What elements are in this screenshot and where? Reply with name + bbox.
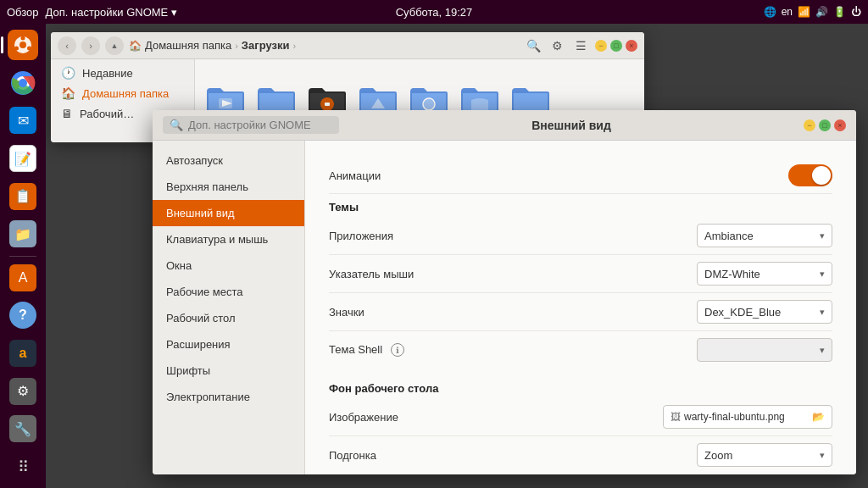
fm-maximize-button[interactable]: □ <box>610 40 622 52</box>
apps-theme-arrow: ▾ <box>820 230 825 241</box>
svg-point-12 <box>423 98 435 110</box>
fm-breadcrumb-home[interactable]: 🏠 Домашняя папка <box>129 39 231 52</box>
icons-theme-value: Dex_KDE_Blue <box>704 306 781 319</box>
fm-close-button[interactable]: × <box>626 40 637 52</box>
desktop-bg-fit-dropdown[interactable]: Zoom ▾ <box>697 443 832 467</box>
dock-item-amazon[interactable]: a <box>4 336 42 372</box>
shell-theme-info-icon[interactable]: ℹ <box>391 343 404 357</box>
sidebar-item-extensions[interactable]: Расширения <box>153 331 304 358</box>
network-icon: 🌐 <box>764 6 776 18</box>
tweaks-window-title: Внешний вид <box>339 119 804 132</box>
wifi-icon: 📶 <box>798 6 810 18</box>
icons-theme-dropdown[interactable]: Dex_KDE_Blue ▾ <box>697 300 832 324</box>
sidebar-windows-label: Окна <box>166 259 192 272</box>
fm-back-button[interactable]: ‹ <box>58 36 76 55</box>
sidebar-keyboard-mouse-label: Клавиатура и мышь <box>166 233 268 246</box>
sidebar-item-power[interactable]: Электропитание <box>153 384 304 410</box>
fm-breadcrumb-downloads[interactable]: Загрузки <box>242 39 290 52</box>
ubuntu-icon <box>13 35 33 55</box>
sidebar-item-desktop[interactable]: Рабочий стол <box>153 305 304 331</box>
tweaks-sidebar: Автозапуск Верхняя панель Внешний вид Кл… <box>153 141 305 474</box>
icons-theme-arrow: ▾ <box>820 307 825 318</box>
tweaks-close-button[interactable]: × <box>834 119 846 131</box>
fm-minimize-button[interactable]: − <box>595 40 607 52</box>
tweaks-body: Автозапуск Верхняя панель Внешний вид Кл… <box>153 141 856 474</box>
app-menu-arrow: ▾ <box>171 6 177 19</box>
desktop-bg-fit-value: Zoom <box>704 449 732 462</box>
gnome-tweaks-window: 🔍 Внешний вид − □ × Автозапуск Верхняя п… <box>153 110 856 474</box>
apps-theme-dropdown[interactable]: Ambiance ▾ <box>697 224 832 247</box>
fm-search-button[interactable]: 🔍 <box>524 36 542 55</box>
cursor-theme-dropdown[interactable]: DMZ-White ▾ <box>697 262 832 286</box>
app-menu[interactable]: Доп. настройки GNOME ▾ <box>46 6 178 19</box>
dock-item-chromium[interactable] <box>4 65 42 102</box>
sidebar-autostart-label: Автозапуск <box>166 154 223 167</box>
shell-theme-label: Тема Shell ℹ <box>329 343 404 358</box>
dock-item-apps-grid[interactable]: ⠿ <box>4 449 42 485</box>
shell-theme-dropdown[interactable]: ▾ <box>697 338 832 362</box>
sidebar-top-panel-label: Верхняя панель <box>166 180 248 193</box>
icons-theme-label: Значки <box>329 306 364 319</box>
dock-item-files[interactable]: 📁 <box>4 216 42 252</box>
tweaks-minimize-button[interactable]: − <box>804 119 815 131</box>
sidebar-item-windows[interactable]: Окна <box>153 252 304 279</box>
toggle-knob <box>812 166 831 185</box>
breadcrumb-end-separator: › <box>292 41 296 51</box>
volume-icon: 🔊 <box>815 6 828 18</box>
dock-item-tools[interactable]: 🔧 <box>4 411 42 447</box>
cursor-theme-arrow: ▾ <box>820 269 825 280</box>
desktop-bg-fit-arrow: ▾ <box>820 450 825 461</box>
fm-filter-button[interactable]: ⚙ <box>548 36 566 55</box>
file-manager-titlebar: ‹ › ▲ 🏠 Домашняя папка › Загрузки › 🔍 ⚙ … <box>51 32 644 59</box>
home-folder-icon: 🏠 <box>61 86 75 100</box>
dock-separator <box>9 256 36 257</box>
recent-label: Недавние <box>82 67 133 80</box>
sidebar-workspaces-label: Рабочие места <box>166 286 242 298</box>
dock-item-appstore[interactable]: A <box>4 260 42 297</box>
fm-view-button[interactable]: ☰ <box>571 36 590 55</box>
desktop-bg-section: Фон рабочего стола Изображение 🖼 warty-f… <box>329 382 832 474</box>
sidebar-item-autostart[interactable]: Автозапуск <box>153 147 304 174</box>
sidebar-fonts-label: Шрифты <box>166 364 210 377</box>
desktop-icon: 🖥 <box>61 107 73 120</box>
file-picker-open-icon[interactable]: 📂 <box>812 411 825 423</box>
power-icon[interactable]: ⏻ <box>851 6 861 18</box>
animations-toggle[interactable] <box>788 164 832 186</box>
dock-item-ubuntu[interactable] <box>4 27 42 64</box>
desktop-bg-image-label: Изображение <box>329 411 398 424</box>
cursor-theme-row: Указатель мыши DMZ-White ▾ <box>329 255 832 293</box>
sidebar-item-keyboard-mouse[interactable]: Клавиатура и мышь <box>153 226 304 252</box>
sidebar-item-top-panel[interactable]: Верхняя панель <box>153 174 304 200</box>
fm-forward-button[interactable]: › <box>81 36 100 55</box>
sidebar-power-label: Электропитание <box>166 391 250 403</box>
dock-item-text-editor[interactable]: 📝 <box>4 141 42 177</box>
dock-item-thunderbird[interactable]: ✉ <box>4 103 42 139</box>
tweaks-search-bar[interactable]: 🔍 <box>163 116 339 134</box>
overview-button[interactable]: Обзор <box>7 6 39 19</box>
sidebar-item-fonts[interactable]: Шрифты <box>153 358 304 384</box>
fm-window-buttons: − □ × <box>595 40 637 52</box>
dock: ✉ 📝 📋 📁 A ? a ⚙ <box>0 24 46 488</box>
tweaks-search-input[interactable] <box>188 119 332 131</box>
dock-item-help[interactable]: ? <box>4 297 42 334</box>
lang-label[interactable]: en <box>782 6 793 18</box>
home-label: Домашняя папка <box>82 87 169 100</box>
fm-sidebar-home[interactable]: 🏠 Домашняя папка <box>51 83 194 103</box>
breadcrumb-downloads-label: Загрузки <box>242 39 290 52</box>
fm-sidebar-recent[interactable]: 🕐 Недавние <box>51 63 194 83</box>
sidebar-item-appearance[interactable]: Внешний вид <box>153 200 304 226</box>
themes-section-title: Темы <box>329 201 832 214</box>
top-bar-left: Обзор Доп. настройки GNOME ▾ <box>7 6 177 19</box>
tweaks-maximize-button[interactable]: □ <box>819 119 831 131</box>
dock-item-settings[interactable]: ⚙ <box>4 373 42 409</box>
desktop-label: Рабочий… <box>80 108 134 120</box>
desktop-bg-file-name: warty-final-ubuntu.png <box>684 411 809 423</box>
file-picker-image-icon: 🖼 <box>670 411 681 423</box>
desktop-bg-file-picker[interactable]: 🖼 warty-final-ubuntu.png 📂 <box>663 405 832 429</box>
dock-item-orange[interactable]: 📋 <box>4 178 42 214</box>
chromium-icon <box>9 69 36 97</box>
themes-section: Темы Приложения Ambiance ▾ Указатель мыш… <box>329 201 832 369</box>
shell-theme-row: Тема Shell ℹ ▾ <box>329 331 832 369</box>
sidebar-item-workspaces[interactable]: Рабочие места <box>153 279 304 305</box>
fm-up-button[interactable]: ▲ <box>105 36 124 55</box>
